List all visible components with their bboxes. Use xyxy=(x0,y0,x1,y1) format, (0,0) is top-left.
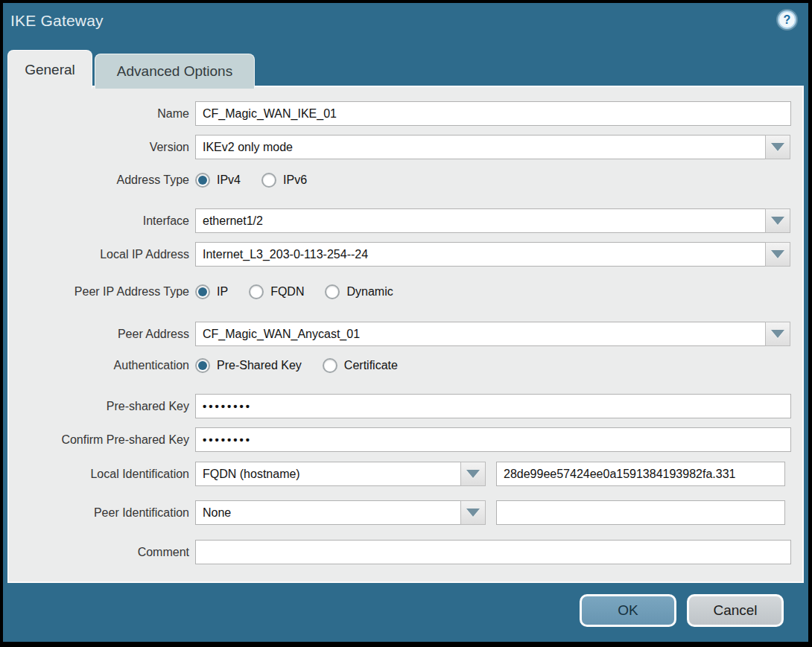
tab-advanced-options[interactable]: Advanced Options xyxy=(95,54,255,89)
tab-general-label: General xyxy=(25,62,75,78)
interface-dropdown-button[interactable] xyxy=(765,208,790,233)
radio-unselected-icon xyxy=(261,173,276,188)
chevron-down-icon xyxy=(771,143,784,151)
authentication-radio-group: Pre-Shared Key Certificate xyxy=(195,358,398,373)
interface-value: ethernet1/2 xyxy=(195,208,766,233)
version-dropdown-button[interactable] xyxy=(765,135,790,159)
local-identification-type-select[interactable]: FQDN (hostname) xyxy=(195,462,486,486)
radio-dynamic[interactable]: Dynamic xyxy=(325,284,393,299)
general-tab-panel: Name Version IKEv2 only mode Address Typ… xyxy=(7,86,804,583)
name-row: Name xyxy=(9,101,802,126)
peer-identification-type-select[interactable]: None xyxy=(195,500,486,525)
local-ip-label: Local IP Address xyxy=(9,247,189,262)
radio-dynamic-label: Dynamic xyxy=(346,285,393,299)
radio-ipv6-label: IPv6 xyxy=(283,173,307,187)
local-ip-row: Local IP Address Internet_L3_203-0-113-2… xyxy=(9,242,802,267)
peer-identification-value-input[interactable] xyxy=(496,500,785,525)
peer-ip-type-label: Peer IP Address Type xyxy=(9,284,189,299)
chevron-down-icon xyxy=(771,330,784,338)
pre-shared-key-label: Pre-shared Key xyxy=(9,399,189,414)
radio-unselected-icon xyxy=(323,358,337,373)
radio-selected-icon xyxy=(195,358,210,373)
ike-gateway-dialog: IKE Gateway ? General Advanced Options N… xyxy=(0,0,812,647)
local-identification-value-input[interactable] xyxy=(496,462,785,486)
name-label: Name xyxy=(9,106,189,121)
peer-identification-label: Peer Identification xyxy=(9,506,189,520)
pre-shared-key-row: Pre-shared Key xyxy=(9,394,802,418)
local-identification-label: Local Identification xyxy=(9,467,189,482)
chevron-down-icon xyxy=(466,470,480,478)
dialog-title: IKE Gateway xyxy=(10,12,104,30)
radio-fqdn[interactable]: FQDN xyxy=(249,284,304,299)
peer-address-value: CF_Magic_WAN_Anycast_01 xyxy=(195,322,766,346)
version-value: IKEv2 only mode xyxy=(195,135,766,159)
radio-ipv6[interactable]: IPv6 xyxy=(261,173,307,188)
confirm-pre-shared-key-input[interactable] xyxy=(195,427,791,452)
question-mark-glyph: ? xyxy=(784,13,791,27)
radio-psk-label: Pre-Shared Key xyxy=(217,359,302,372)
version-label: Version xyxy=(9,140,189,155)
tab-general[interactable]: General xyxy=(7,50,92,89)
comment-label: Comment xyxy=(9,545,189,560)
interface-select[interactable]: ethernet1/2 xyxy=(195,208,790,233)
radio-ip[interactable]: IP xyxy=(195,284,228,299)
peer-identification-dropdown-button[interactable] xyxy=(460,500,486,525)
radio-pre-shared-key[interactable]: Pre-Shared Key xyxy=(195,358,302,373)
cancel-button[interactable]: Cancel xyxy=(687,594,784,627)
radio-ipv4-label: IPv4 xyxy=(217,173,241,187)
authentication-label: Authentication xyxy=(9,358,189,373)
local-identification-row: Local Identification FQDN (hostname) xyxy=(9,462,802,486)
authentication-row: Authentication Pre-Shared Key Certificat… xyxy=(9,356,802,375)
version-select[interactable]: IKEv2 only mode xyxy=(195,135,790,159)
interface-row: Interface ethernet1/2 xyxy=(9,208,802,233)
peer-identification-row: Peer Identification None xyxy=(9,500,802,525)
local-ip-select[interactable]: Internet_L3_203-0-113-254--24 xyxy=(195,242,790,267)
peer-ip-type-row: Peer IP Address Type IP FQDN Dynamic xyxy=(9,282,802,302)
tab-bar: General Advanced Options xyxy=(7,48,255,89)
pre-shared-key-input[interactable] xyxy=(195,394,791,418)
peer-identification-type-value: None xyxy=(195,500,461,525)
radio-selected-icon xyxy=(195,284,210,299)
confirm-pre-shared-key-label: Confirm Pre-shared Key xyxy=(9,433,189,447)
comment-row: Comment xyxy=(9,540,802,564)
peer-address-row: Peer Address CF_Magic_WAN_Anycast_01 xyxy=(9,322,802,346)
interface-label: Interface xyxy=(9,214,189,229)
name-input[interactable] xyxy=(195,101,791,126)
peer-ip-type-radio-group: IP FQDN Dynamic xyxy=(195,284,393,299)
peer-address-dropdown-button[interactable] xyxy=(765,322,790,346)
radio-ip-label: IP xyxy=(217,285,228,299)
radio-certificate-label: Certificate xyxy=(344,359,398,372)
peer-address-select[interactable]: CF_Magic_WAN_Anycast_01 xyxy=(195,322,790,346)
radio-fqdn-label: FQDN xyxy=(270,285,304,299)
local-ip-dropdown-button[interactable] xyxy=(765,242,790,267)
help-icon[interactable]: ? xyxy=(778,10,796,29)
radio-unselected-icon xyxy=(249,284,264,299)
chevron-down-icon xyxy=(466,509,480,517)
local-identification-dropdown-button[interactable] xyxy=(460,462,486,486)
radio-certificate[interactable]: Certificate xyxy=(323,358,398,373)
radio-unselected-icon xyxy=(325,284,340,299)
local-identification-type-value: FQDN (hostname) xyxy=(195,462,461,486)
radio-selected-icon xyxy=(195,173,210,188)
chevron-down-icon xyxy=(771,250,784,258)
version-row: Version IKEv2 only mode xyxy=(9,135,802,159)
address-type-label: Address Type xyxy=(9,173,189,188)
peer-address-label: Peer Address xyxy=(9,327,189,342)
ok-button[interactable]: OK xyxy=(580,594,676,627)
confirm-pre-shared-key-row: Confirm Pre-shared Key xyxy=(9,427,802,452)
radio-ipv4[interactable]: IPv4 xyxy=(195,173,241,188)
comment-input[interactable] xyxy=(195,540,791,564)
local-ip-value: Internet_L3_203-0-113-254--24 xyxy=(195,242,766,267)
address-type-radio-group: IPv4 IPv6 xyxy=(195,173,307,188)
address-type-row: Address Type IPv4 IPv6 xyxy=(9,170,802,190)
tab-advanced-options-label: Advanced Options xyxy=(117,63,232,80)
chevron-down-icon xyxy=(771,217,784,225)
